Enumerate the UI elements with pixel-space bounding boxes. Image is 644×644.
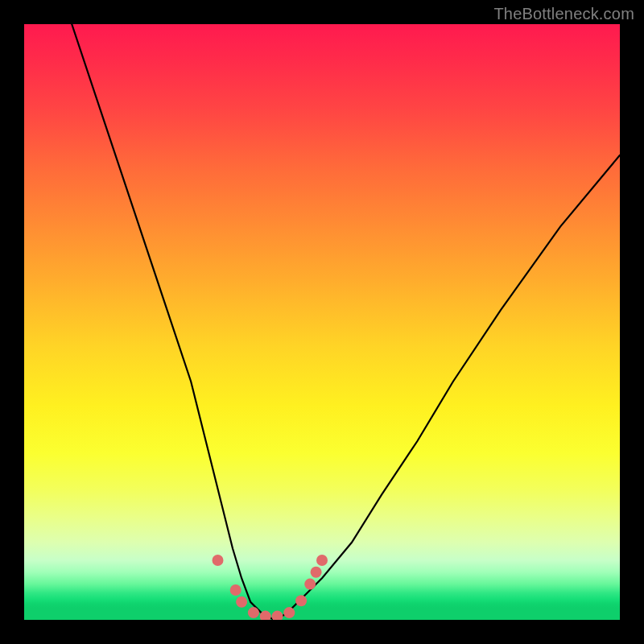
watermark-text: TheBottleneck.com <box>493 5 634 23</box>
highlight-dot <box>272 611 283 620</box>
curve-layer <box>72 24 620 620</box>
chart-frame: TheBottleneck.com <box>0 0 644 644</box>
highlight-dot <box>304 579 316 590</box>
highlight-dot <box>236 597 247 608</box>
highlight-dot <box>311 567 322 578</box>
highlight-dot <box>295 595 307 606</box>
chart-plot-area <box>24 24 620 620</box>
highlight-dot <box>248 607 259 618</box>
bottleneck-curve <box>72 24 620 620</box>
highlight-dot <box>260 611 271 620</box>
highlight-dots <box>213 555 328 620</box>
chart-svg <box>24 24 620 620</box>
highlight-dot <box>230 584 242 596</box>
highlight-dot <box>283 607 295 618</box>
highlight-dot <box>316 555 328 566</box>
highlight-dot <box>213 555 224 566</box>
